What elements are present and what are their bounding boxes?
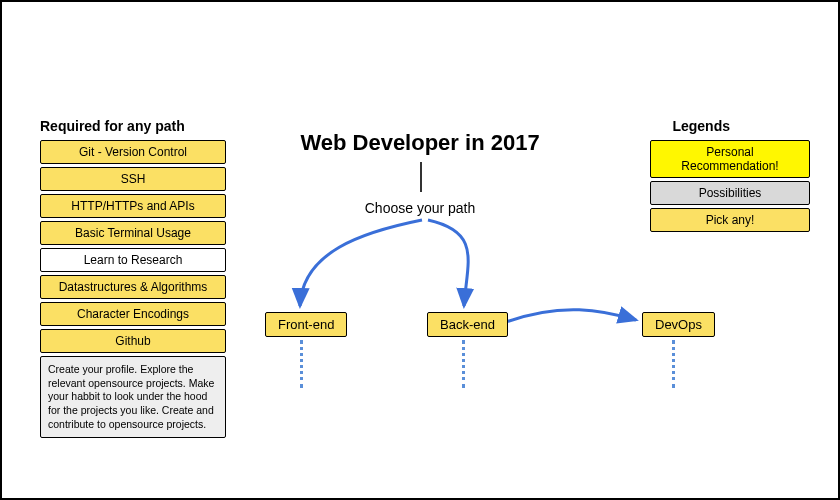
title-connector-line [420,162,422,192]
legend-item: Pick any! [650,208,810,232]
legends-list: Personal Recommendation! Possibilities P… [650,140,810,232]
required-item: Github [40,329,226,353]
choose-path-label: Choose your path [365,200,476,216]
required-item: Learn to Research [40,248,226,272]
dots-frontend [300,340,303,388]
required-item: Character Encodings [40,302,226,326]
dots-backend [462,340,465,388]
dots-devops [672,340,675,388]
path-frontend: Front-end [265,312,347,337]
legend-item: Possibilities [650,181,810,205]
github-description: Create your profile. Explore the relevan… [40,356,226,438]
required-item: HTTP/HTTPs and APIs [40,194,226,218]
path-devops: DevOps [642,312,715,337]
required-item: Git - Version Control [40,140,226,164]
page-title: Web Developer in 2017 [300,130,539,156]
legend-item: Personal Recommendation! [650,140,810,178]
required-item: Datastructures & Algorithms [40,275,226,299]
required-heading: Required for any path [40,118,185,134]
required-item: Basic Terminal Usage [40,221,226,245]
path-backend: Back-end [427,312,508,337]
required-item: SSH [40,167,226,191]
legends-heading: Legends [672,118,730,134]
required-list: Git - Version Control SSH HTTP/HTTPs and… [40,140,226,438]
